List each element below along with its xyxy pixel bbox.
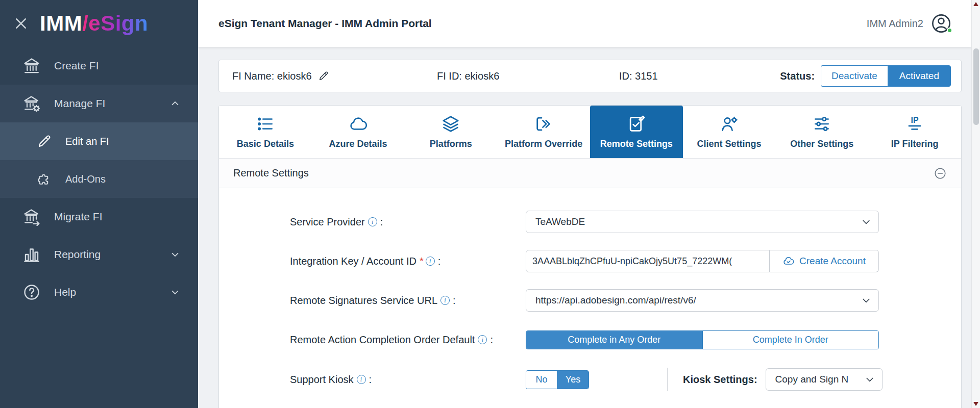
kiosk-yes-option[interactable]: Yes bbox=[557, 371, 589, 389]
sidebar-item-label: Help bbox=[54, 286, 76, 298]
remote-url-value: https://api.adobesign.com/api/rest/v6/ bbox=[535, 295, 696, 306]
status-toggle: Deactivate Activated bbox=[821, 65, 951, 87]
content: FI Name: ekiosk6 FI ID: ekiosk6 ID: 3151… bbox=[198, 47, 971, 408]
kiosk-settings-label: Kiosk Settings: bbox=[683, 374, 757, 386]
app-logo: IMM/eSign bbox=[40, 11, 148, 36]
sliders-icon bbox=[812, 114, 831, 134]
fi-info-bar: FI Name: ekiosk6 FI ID: ekiosk6 ID: 3151… bbox=[218, 60, 962, 92]
completion-order-row: Remote Action Completion Order Default i… bbox=[219, 328, 961, 351]
scroll-up-arrow-icon[interactable] bbox=[973, 2, 978, 6]
sidebar-item-label: Manage FI bbox=[54, 97, 105, 110]
completion-order-toggle: Complete in Any Order Complete In Order bbox=[526, 330, 879, 349]
chevron-up-icon bbox=[169, 98, 181, 109]
svg-text:IP: IP bbox=[911, 116, 919, 124]
tab-basic-details[interactable]: Basic Details bbox=[219, 106, 312, 158]
vertical-divider bbox=[667, 368, 668, 391]
deactivate-button[interactable]: Deactivate bbox=[821, 65, 888, 87]
info-icon[interactable]: i bbox=[478, 335, 487, 344]
tab-label: Azure Details bbox=[329, 139, 387, 149]
service-provider-row: Service Provider i : TeAWebDE bbox=[219, 211, 961, 233]
page-title: eSign Tenant Manager - IMM Admin Portal bbox=[218, 17, 432, 30]
activated-button[interactable]: Activated bbox=[888, 65, 951, 87]
tab-label: Client Settings bbox=[697, 139, 762, 149]
section-title: Remote Settings bbox=[233, 167, 309, 179]
support-kiosk-row: Support Kiosk i : No Yes Kiosk Settings:… bbox=[219, 368, 961, 391]
remote-url-row: Remote Signatures Service URL i : https:… bbox=[219, 289, 961, 312]
support-kiosk-label: Support Kiosk i : bbox=[290, 374, 526, 386]
fi-name-text: FI Name: ekiosk6 bbox=[232, 70, 312, 82]
app-header: eSign Tenant Manager - IMM Admin Portal … bbox=[198, 0, 971, 47]
settings-card: Basic Details Azure Details Platforms bbox=[218, 105, 962, 408]
chevron-down-icon bbox=[865, 374, 875, 385]
remote-url-label: Remote Signatures Service URL i : bbox=[290, 295, 526, 307]
logo-imm: IMM bbox=[40, 11, 82, 35]
kiosk-settings-value: Copy and Sign N bbox=[775, 374, 849, 385]
cloud-icon bbox=[349, 114, 368, 134]
info-icon[interactable]: i bbox=[426, 257, 435, 266]
sidebar-item-label: Create FI bbox=[54, 60, 99, 72]
avatar[interactable] bbox=[930, 13, 952, 34]
status-group: Status: Deactivate Activated bbox=[780, 60, 951, 92]
sidebar-item-add-ons[interactable]: Add-Ons bbox=[0, 160, 198, 198]
chevron-down-icon bbox=[169, 287, 181, 298]
sidebar-item-label: Migrate FI bbox=[54, 211, 103, 223]
create-account-button[interactable]: Create Account bbox=[770, 250, 879, 272]
chevron-down-icon bbox=[169, 249, 181, 260]
help-icon bbox=[22, 283, 41, 301]
scrollbar-thumb[interactable] bbox=[973, 48, 979, 125]
complete-in-order-option[interactable]: Complete In Order bbox=[703, 331, 879, 349]
remote-settings-form: Service Provider i : TeAWebDE bbox=[219, 188, 961, 408]
sidebar-item-migrate-fi[interactable]: Migrate FI bbox=[0, 198, 198, 236]
sidebar-item-edit-an-fi[interactable]: Edit an FI bbox=[0, 122, 198, 160]
status-label: Status: bbox=[780, 70, 815, 82]
layers-icon bbox=[441, 114, 460, 134]
page: IMM/eSign Create FI Manage FI bbox=[0, 0, 980, 408]
integration-key-input[interactable] bbox=[526, 250, 770, 272]
tab-ip-filtering[interactable]: IP IP Filtering bbox=[868, 106, 961, 158]
sidebar-item-manage-fi[interactable]: Manage FI bbox=[0, 85, 198, 122]
puzzle-icon bbox=[37, 171, 52, 187]
sidebar: IMM/eSign Create FI Manage FI bbox=[0, 0, 198, 408]
sidebar-item-reporting[interactable]: Reporting bbox=[0, 236, 198, 273]
pencil-icon bbox=[37, 134, 52, 149]
tab-client-settings[interactable]: Client Settings bbox=[683, 106, 776, 158]
info-icon[interactable]: i bbox=[440, 296, 450, 305]
info-icon[interactable]: i bbox=[357, 375, 366, 384]
edit-fi-name-icon[interactable] bbox=[318, 70, 329, 82]
service-provider-select[interactable]: TeAWebDE bbox=[526, 211, 879, 233]
bar-chart-icon bbox=[22, 245, 41, 264]
tab-other-settings[interactable]: Other Settings bbox=[776, 106, 869, 158]
online-status-dot bbox=[947, 28, 952, 33]
tab-label: IP Filtering bbox=[891, 139, 939, 149]
sidebar-item-create-fi[interactable]: Create FI bbox=[0, 47, 198, 85]
create-account-label: Create Account bbox=[799, 256, 866, 267]
box-arrow-right-icon bbox=[534, 114, 553, 134]
kiosk-settings-select[interactable]: Copy and Sign N bbox=[766, 368, 883, 391]
tab-azure-details[interactable]: Azure Details bbox=[312, 106, 405, 158]
sidebar-nav: Create FI Manage FI Edit an FI bbox=[0, 47, 198, 311]
integration-key-row: Integration Key / Account ID * i : Creat… bbox=[219, 250, 961, 272]
document-edit-icon bbox=[627, 114, 646, 134]
sidebar-item-label: Add-Ons bbox=[65, 173, 106, 185]
tab-platform-override[interactable]: Platform Override bbox=[497, 106, 590, 158]
user-gear-icon bbox=[720, 114, 739, 134]
tab-label: Remote Settings bbox=[600, 139, 673, 149]
user-name: IMM Admin2 bbox=[867, 18, 923, 30]
remote-url-select[interactable]: https://api.adobesign.com/api/rest/v6/ bbox=[526, 289, 879, 312]
tab-bar: Basic Details Azure Details Platforms bbox=[219, 106, 961, 158]
info-icon[interactable]: i bbox=[368, 217, 377, 226]
vertical-scrollbar[interactable] bbox=[971, 0, 980, 408]
sidebar-item-help[interactable]: Help bbox=[0, 273, 198, 311]
support-kiosk-toggle: No Yes bbox=[526, 370, 589, 389]
scroll-down-arrow-icon[interactable] bbox=[973, 402, 978, 406]
tab-platforms[interactable]: Platforms bbox=[405, 106, 498, 158]
collapse-section-icon[interactable] bbox=[934, 167, 947, 180]
kiosk-no-option[interactable]: No bbox=[526, 371, 557, 389]
close-icon[interactable] bbox=[13, 16, 29, 31]
tab-label: Platforms bbox=[430, 139, 472, 149]
ip-filter-icon: IP bbox=[905, 114, 924, 134]
service-provider-value: TeAWebDE bbox=[535, 216, 585, 227]
complete-any-order-option[interactable]: Complete in Any Order bbox=[526, 331, 703, 349]
sidebar-item-label: Edit an FI bbox=[65, 136, 109, 147]
tab-remote-settings[interactable]: Remote Settings bbox=[590, 106, 683, 158]
